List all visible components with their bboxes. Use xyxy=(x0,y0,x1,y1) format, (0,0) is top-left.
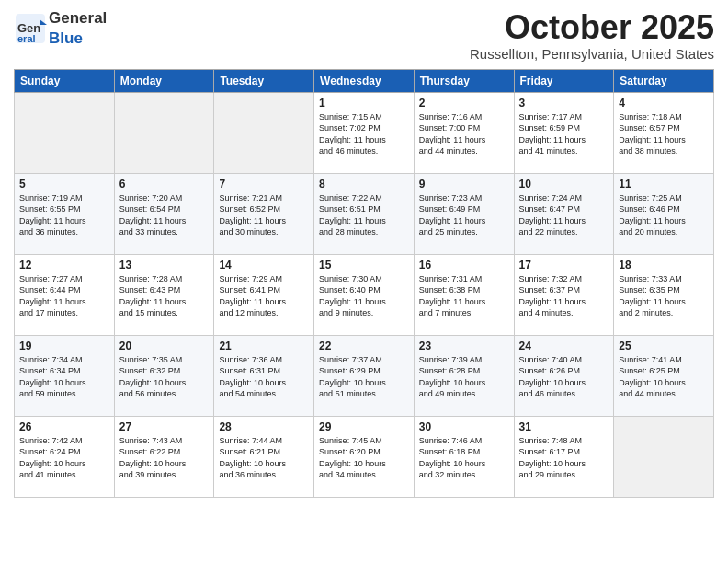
calendar-day-cell: 8Sunrise: 7:22 AM Sunset: 6:51 PM Daylig… xyxy=(314,173,415,254)
calendar-day-cell xyxy=(15,92,115,173)
calendar-day-cell: 11Sunrise: 7:25 AM Sunset: 6:46 PM Dayli… xyxy=(614,173,714,254)
calendar-day-cell: 27Sunrise: 7:43 AM Sunset: 6:22 PM Dayli… xyxy=(114,416,214,497)
day-number: 16 xyxy=(419,259,509,271)
day-info: Sunrise: 7:22 AM Sunset: 6:51 PM Dayligh… xyxy=(319,192,409,238)
day-number: 17 xyxy=(519,259,609,271)
day-info: Sunrise: 7:30 AM Sunset: 6:40 PM Dayligh… xyxy=(319,273,409,319)
day-number: 28 xyxy=(219,420,309,433)
day-number: 14 xyxy=(219,259,309,271)
calendar-day-cell: 13Sunrise: 7:28 AM Sunset: 6:43 PM Dayli… xyxy=(114,254,214,335)
day-info: Sunrise: 7:46 AM Sunset: 6:18 PM Dayligh… xyxy=(419,435,509,481)
day-number: 24 xyxy=(519,339,609,352)
calendar-week-row: 26Sunrise: 7:42 AM Sunset: 6:24 PM Dayli… xyxy=(15,416,714,497)
calendar-day-cell: 14Sunrise: 7:29 AM Sunset: 6:41 PM Dayli… xyxy=(214,254,314,335)
day-number: 25 xyxy=(619,339,709,352)
day-number: 9 xyxy=(419,178,509,190)
day-number: 23 xyxy=(419,339,509,352)
calendar-day-cell: 20Sunrise: 7:35 AM Sunset: 6:32 PM Dayli… xyxy=(114,335,214,416)
calendar-day-cell: 30Sunrise: 7:46 AM Sunset: 6:18 PM Dayli… xyxy=(414,416,514,497)
calendar-day-cell: 10Sunrise: 7:24 AM Sunset: 6:47 PM Dayli… xyxy=(514,173,614,254)
day-number: 4 xyxy=(619,97,709,109)
calendar-day-cell: 17Sunrise: 7:32 AM Sunset: 6:37 PM Dayli… xyxy=(514,254,614,335)
day-info: Sunrise: 7:32 AM Sunset: 6:37 PM Dayligh… xyxy=(519,273,609,319)
calendar-day-cell: 2Sunrise: 7:16 AM Sunset: 7:00 PM Daylig… xyxy=(414,92,514,173)
header: Gen eral General Blue October 2025 Russe… xyxy=(14,9,714,62)
day-info: Sunrise: 7:25 AM Sunset: 6:46 PM Dayligh… xyxy=(619,192,709,238)
day-info: Sunrise: 7:39 AM Sunset: 6:28 PM Dayligh… xyxy=(419,354,509,400)
month-title: October 2025 xyxy=(470,9,714,46)
day-number: 26 xyxy=(19,420,109,433)
day-number: 29 xyxy=(319,420,409,433)
calendar-day-cell: 1Sunrise: 7:15 AM Sunset: 7:02 PM Daylig… xyxy=(314,92,415,173)
day-number: 18 xyxy=(619,259,709,271)
header-thursday: Thursday xyxy=(414,69,514,92)
calendar-week-row: 5Sunrise: 7:19 AM Sunset: 6:55 PM Daylig… xyxy=(15,173,714,254)
day-number: 31 xyxy=(519,420,609,433)
day-number: 7 xyxy=(219,178,309,190)
calendar-day-cell: 6Sunrise: 7:20 AM Sunset: 6:54 PM Daylig… xyxy=(114,173,214,254)
calendar-day-cell: 21Sunrise: 7:36 AM Sunset: 6:31 PM Dayli… xyxy=(214,335,314,416)
day-number: 22 xyxy=(319,339,409,352)
day-number: 27 xyxy=(119,420,210,433)
day-info: Sunrise: 7:16 AM Sunset: 7:00 PM Dayligh… xyxy=(419,111,509,157)
calendar-day-cell: 26Sunrise: 7:42 AM Sunset: 6:24 PM Dayli… xyxy=(15,416,115,497)
calendar-table: Sunday Monday Tuesday Wednesday Thursday… xyxy=(14,69,714,498)
calendar-day-cell: 23Sunrise: 7:39 AM Sunset: 6:28 PM Dayli… xyxy=(414,335,514,416)
calendar-day-cell: 18Sunrise: 7:33 AM Sunset: 6:35 PM Dayli… xyxy=(614,254,714,335)
day-info: Sunrise: 7:37 AM Sunset: 6:29 PM Dayligh… xyxy=(319,354,409,400)
calendar-day-cell: 22Sunrise: 7:37 AM Sunset: 6:29 PM Dayli… xyxy=(314,335,415,416)
day-info: Sunrise: 7:29 AM Sunset: 6:41 PM Dayligh… xyxy=(219,273,309,319)
logo-icon: Gen eral xyxy=(14,12,47,45)
day-number: 5 xyxy=(19,178,109,190)
logo: Gen eral General Blue xyxy=(14,9,107,48)
day-info: Sunrise: 7:43 AM Sunset: 6:22 PM Dayligh… xyxy=(119,435,210,481)
header-sunday: Sunday xyxy=(15,69,115,92)
logo-blue-text: Blue xyxy=(49,29,107,48)
calendar-header-row: Sunday Monday Tuesday Wednesday Thursday… xyxy=(15,69,714,92)
page: Gen eral General Blue October 2025 Russe… xyxy=(0,0,728,563)
day-number: 19 xyxy=(19,339,109,352)
day-info: Sunrise: 7:21 AM Sunset: 6:52 PM Dayligh… xyxy=(219,192,309,238)
calendar-day-cell: 4Sunrise: 7:18 AM Sunset: 6:57 PM Daylig… xyxy=(614,92,714,173)
day-number: 21 xyxy=(219,339,309,352)
header-wednesday: Wednesday xyxy=(314,69,415,92)
calendar-day-cell: 16Sunrise: 7:31 AM Sunset: 6:38 PM Dayli… xyxy=(414,254,514,335)
day-number: 13 xyxy=(119,259,210,271)
calendar-week-row: 1Sunrise: 7:15 AM Sunset: 7:02 PM Daylig… xyxy=(15,92,714,173)
day-info: Sunrise: 7:34 AM Sunset: 6:34 PM Dayligh… xyxy=(19,354,109,400)
day-info: Sunrise: 7:31 AM Sunset: 6:38 PM Dayligh… xyxy=(419,273,509,319)
calendar-week-row: 19Sunrise: 7:34 AM Sunset: 6:34 PM Dayli… xyxy=(15,335,714,416)
day-info: Sunrise: 7:35 AM Sunset: 6:32 PM Dayligh… xyxy=(119,354,210,400)
calendar-week-row: 12Sunrise: 7:27 AM Sunset: 6:44 PM Dayli… xyxy=(15,254,714,335)
day-number: 2 xyxy=(419,97,509,109)
calendar-day-cell: 5Sunrise: 7:19 AM Sunset: 6:55 PM Daylig… xyxy=(15,173,115,254)
day-number: 30 xyxy=(419,420,509,433)
logo-general-text: General xyxy=(49,9,107,28)
day-info: Sunrise: 7:19 AM Sunset: 6:55 PM Dayligh… xyxy=(19,192,109,238)
calendar-day-cell: 25Sunrise: 7:41 AM Sunset: 6:25 PM Dayli… xyxy=(614,335,714,416)
day-number: 8 xyxy=(319,178,409,190)
day-info: Sunrise: 7:28 AM Sunset: 6:43 PM Dayligh… xyxy=(119,273,210,319)
day-info: Sunrise: 7:44 AM Sunset: 6:21 PM Dayligh… xyxy=(219,435,309,481)
day-info: Sunrise: 7:20 AM Sunset: 6:54 PM Dayligh… xyxy=(119,192,210,238)
calendar-day-cell: 28Sunrise: 7:44 AM Sunset: 6:21 PM Dayli… xyxy=(214,416,314,497)
day-info: Sunrise: 7:24 AM Sunset: 6:47 PM Dayligh… xyxy=(519,192,609,238)
calendar-day-cell: 19Sunrise: 7:34 AM Sunset: 6:34 PM Dayli… xyxy=(15,335,115,416)
day-info: Sunrise: 7:40 AM Sunset: 6:26 PM Dayligh… xyxy=(519,354,609,400)
header-friday: Friday xyxy=(514,69,614,92)
day-info: Sunrise: 7:36 AM Sunset: 6:31 PM Dayligh… xyxy=(219,354,309,400)
title-block: October 2025 Russellton, Pennsylvania, U… xyxy=(470,9,714,62)
calendar-day-cell: 15Sunrise: 7:30 AM Sunset: 6:40 PM Dayli… xyxy=(314,254,415,335)
calendar-day-cell: 24Sunrise: 7:40 AM Sunset: 6:26 PM Dayli… xyxy=(514,335,614,416)
calendar-day-cell: 7Sunrise: 7:21 AM Sunset: 6:52 PM Daylig… xyxy=(214,173,314,254)
day-info: Sunrise: 7:18 AM Sunset: 6:57 PM Dayligh… xyxy=(619,111,709,157)
day-info: Sunrise: 7:33 AM Sunset: 6:35 PM Dayligh… xyxy=(619,273,709,319)
location: Russellton, Pennsylvania, United States xyxy=(470,46,714,62)
day-info: Sunrise: 7:48 AM Sunset: 6:17 PM Dayligh… xyxy=(519,435,609,481)
day-number: 10 xyxy=(519,178,609,190)
calendar-day-cell: 3Sunrise: 7:17 AM Sunset: 6:59 PM Daylig… xyxy=(514,92,614,173)
day-info: Sunrise: 7:41 AM Sunset: 6:25 PM Dayligh… xyxy=(619,354,709,400)
day-number: 15 xyxy=(319,259,409,271)
day-info: Sunrise: 7:42 AM Sunset: 6:24 PM Dayligh… xyxy=(19,435,109,481)
calendar-day-cell: 12Sunrise: 7:27 AM Sunset: 6:44 PM Dayli… xyxy=(15,254,115,335)
